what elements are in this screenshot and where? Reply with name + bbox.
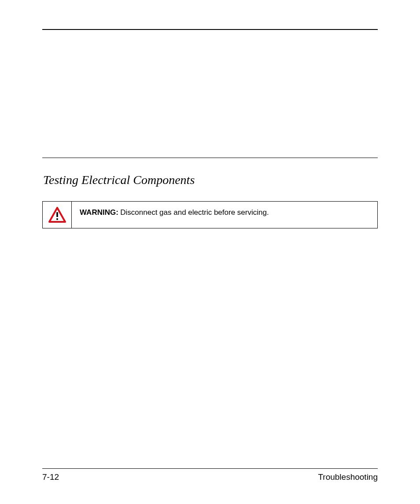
svg-rect-1: [56, 212, 58, 217]
svg-rect-2: [56, 218, 58, 220]
callout-body: WARNING: Disconnect gas and electric bef…: [72, 202, 377, 228]
section-title: Testing Electrical Components: [43, 173, 378, 187]
warning-triangle-icon: [48, 207, 66, 223]
page-number: 7-12: [42, 472, 59, 482]
callout-text: Disconnect gas and electric before servi…: [120, 208, 269, 217]
section-rule: [42, 158, 378, 158]
warning-callout: WARNING: Disconnect gas and electric bef…: [42, 201, 378, 228]
callout-heading: WARNING:: [80, 208, 118, 217]
callout-icon-cell: [43, 202, 72, 228]
page: Testing Electrical Components WARNING: D…: [0, 0, 420, 504]
footer-rule: [42, 468, 378, 469]
header-rule: [42, 29, 378, 30]
page-footer: 7-12 Troubleshooting: [42, 468, 378, 482]
footer-row: 7-12 Troubleshooting: [42, 472, 378, 482]
chapter-label: Troubleshooting: [318, 472, 378, 482]
